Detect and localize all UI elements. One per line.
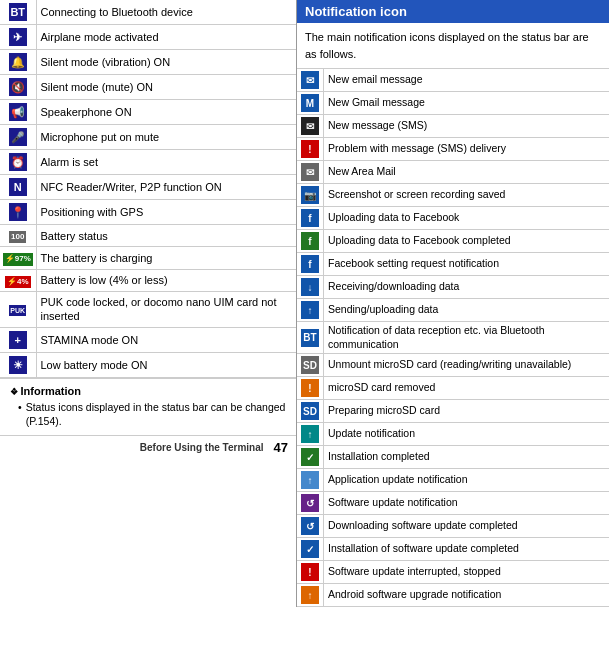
notification-icon: ✉ [301,117,319,135]
status-icon-cell: 📢 [0,100,36,125]
status-label: STAMINA mode ON [36,327,296,352]
status-label: Positioning with GPS [36,200,296,225]
notification-row: SDUnmount microSD card (reading/writing … [297,354,609,377]
notification-icon-cell: ✉ [297,69,324,92]
notification-label: Uploading data to Facebook [324,207,610,230]
info-title: Information [10,385,290,397]
notification-label: New Gmail message [324,92,610,115]
info-section: Information Status icons displayed in th… [0,378,296,435]
notification-label: New message (SMS) [324,115,610,138]
notification-icon-cell: ✓ [297,446,324,469]
notification-label: New email message [324,69,610,92]
status-row: 🔔Silent mode (vibration) ON [0,50,296,75]
status-label: PUK code locked, or docomo nano UIM card… [36,292,296,328]
status-icon: 📍 [9,203,27,221]
status-icon: 🔔 [9,53,27,71]
notification-icon: ↑ [301,425,319,443]
status-row: 100Battery status [0,225,296,247]
notification-row: ✉New Area Mail [297,161,609,184]
notification-label: Facebook setting request notification [324,253,610,276]
notification-icon: ↑ [301,586,319,604]
status-label: Microphone put on mute [36,125,296,150]
status-label: Airplane mode activated [36,25,296,50]
status-icon-cell: 100 [0,225,36,247]
charging-icon: ⚡97% [3,253,33,265]
status-icon: ⏰ [9,153,27,171]
status-icon: ✈ [9,28,27,46]
notification-icon-cell: ↺ [297,492,324,515]
status-icon-cell: 🔔 [0,50,36,75]
notification-label: Receiving/downloading data [324,276,610,299]
notification-row: ✓Installation completed [297,446,609,469]
puk-icon: PUK [9,305,26,316]
notification-icon-cell: ↑ [297,299,324,322]
notification-icon: ↓ [301,278,319,296]
status-row: ⚡4%Battery is low (4% or less) [0,269,296,291]
notification-label: Uploading data to Facebook completed [324,230,610,253]
status-table: BTConnecting to Bluetooth device✈Airplan… [0,0,296,378]
notification-icon-cell: ! [297,377,324,400]
notification-description: The main notification icons displayed on… [297,23,609,69]
status-label: Battery is low (4% or less) [36,269,296,291]
notification-icon: ✉ [301,71,319,89]
status-label: Low battery mode ON [36,352,296,377]
notification-icon-cell: SD [297,354,324,377]
notification-icon-cell: ↑ [297,584,324,607]
notification-icon: f [301,209,319,227]
footer-label: Before Using the Terminal [140,442,264,453]
notification-header: Notification icon [297,0,609,23]
notification-row: ↑Update notification [297,423,609,446]
notification-row: SDPreparing microSD card [297,400,609,423]
status-icon-cell: ⚡97% [0,247,36,269]
notification-label: Software update notification [324,492,610,515]
low-battery-icon: ⚡4% [5,276,31,288]
status-label: Silent mode (vibration) ON [36,50,296,75]
notification-icon-cell: ✓ [297,538,324,561]
notification-icon: ✓ [301,540,319,558]
footer-page: 47 [274,440,288,455]
status-row: ⏰Alarm is set [0,150,296,175]
notification-icon: ! [301,140,319,158]
status-icon-cell: PUK [0,292,36,328]
notification-icon-cell: BT [297,322,324,354]
status-label: NFC Reader/Writer, P2P function ON [36,175,296,200]
notification-label: Software update interrupted, stopped [324,561,610,584]
status-icon: 📢 [9,103,27,121]
status-row: +STAMINA mode ON [0,327,296,352]
info-text: Status icons displayed in the status bar… [10,400,290,429]
notification-label: Downloading software update completed [324,515,610,538]
notification-icon: BT [301,329,319,347]
notification-icon: ✉ [301,163,319,181]
notification-icon: ✓ [301,448,319,466]
notification-icon: ! [301,379,319,397]
status-icon: + [9,331,27,349]
status-row: ⚡97%The battery is charging [0,247,296,269]
status-icon: 🔇 [9,78,27,96]
notification-row: 📷Screenshot or screen recording saved [297,184,609,207]
status-row: ✈Airplane mode activated [0,25,296,50]
notification-icon-cell: f [297,253,324,276]
notification-icon: 📷 [301,186,319,204]
notification-label: Installation completed [324,446,610,469]
status-icon-cell: ⚡4% [0,269,36,291]
notification-label: Unmount microSD card (reading/writing un… [324,354,610,377]
notification-icon: SD [301,356,319,374]
notification-row: ✓Installation of software update complet… [297,538,609,561]
notification-row: ↺Downloading software update completed [297,515,609,538]
footer: Before Using the Terminal 47 [0,435,296,459]
status-icon-cell: 🎤 [0,125,36,150]
notification-icon: ↑ [301,471,319,489]
status-icon-cell: ☀ [0,352,36,377]
status-icon-cell: 📍 [0,200,36,225]
status-row: 📢Speakerphone ON [0,100,296,125]
status-row: NNFC Reader/Writer, P2P function ON [0,175,296,200]
notification-label: Android software upgrade notification [324,584,610,607]
notification-label: Installation of software update complete… [324,538,610,561]
notification-row: ↑Application update notification [297,469,609,492]
notification-icon-cell: ✉ [297,115,324,138]
notification-icon-cell: 📷 [297,184,324,207]
notification-icon-cell: ✉ [297,161,324,184]
status-icon-cell: ✈ [0,25,36,50]
notification-label: Screenshot or screen recording saved [324,184,610,207]
status-icon-cell: + [0,327,36,352]
